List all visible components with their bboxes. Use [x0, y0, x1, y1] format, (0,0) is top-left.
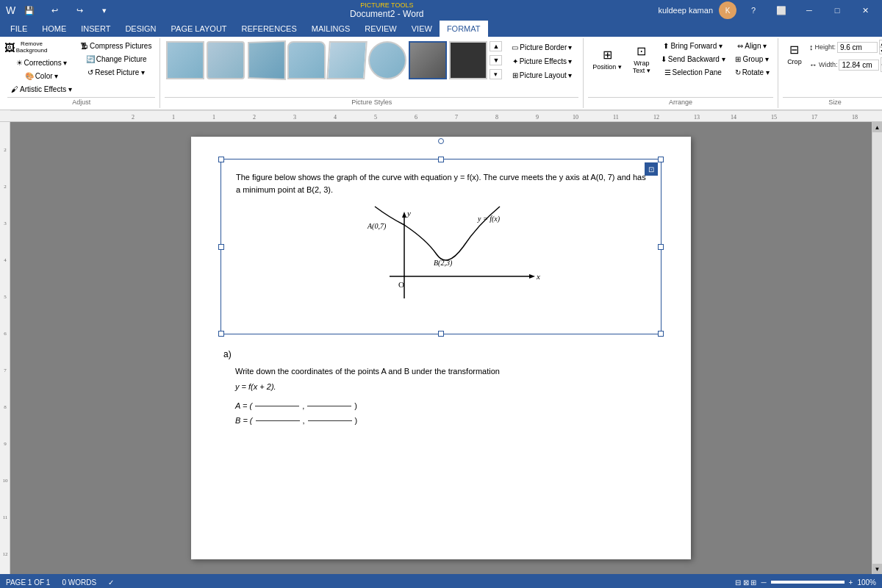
change-icon: 🔄	[86, 55, 95, 63]
svg-marker-37	[402, 212, 406, 218]
zoom-track[interactable]	[771, 581, 845, 584]
tab-mailings[interactable]: MAILINGS	[304, 21, 358, 37]
pic-style-6[interactable]	[368, 41, 406, 79]
point-b-x-input[interactable]	[256, 420, 300, 421]
scroll-up-button[interactable]: ▲	[872, 122, 882, 132]
artistic-effects-button[interactable]: 🖌 Artistic Effects ▾	[7, 83, 76, 96]
pic-style-1[interactable]	[166, 41, 204, 79]
adjust-label: Adjust	[7, 97, 155, 107]
remove-background-button[interactable]: 🖼 RemoveBackground	[7, 40, 44, 56]
picture-border-button[interactable]: ▭ Picture Border ▾	[508, 41, 576, 54]
height-down-button[interactable]: ▼	[879, 47, 882, 54]
zoom-fill	[771, 581, 845, 584]
handle-tm[interactable]	[438, 157, 444, 162]
title-bar: W 💾 ↩ ↪ ▾ PICTURE TOOLS Document2 - Word…	[0, 0, 882, 21]
width-input[interactable]	[839, 60, 879, 71]
handle-tl[interactable]	[218, 157, 224, 162]
align-button[interactable]: ⇔ Align ▾	[731, 40, 773, 52]
pic-style-4[interactable]	[287, 41, 326, 79]
point-a-x-input[interactable]	[255, 406, 299, 406]
styles-up-button[interactable]: ▲	[490, 41, 502, 51]
point-a-y-input[interactable]	[307, 406, 351, 406]
scroll-thumb[interactable]	[872, 132, 882, 564]
effects-label: Picture Effects	[520, 57, 567, 65]
tab-design[interactable]: DESIGN	[118, 21, 163, 37]
color-button[interactable]: 🎨 Color ▾	[7, 70, 76, 82]
pic-style-8[interactable]	[449, 41, 487, 79]
corrections-button[interactable]: ☀ Corrections ▾	[7, 57, 76, 69]
point-a-close: )	[354, 401, 357, 410]
handle-bm[interactable]	[438, 331, 444, 337]
height-input[interactable]	[837, 42, 878, 53]
ribbon-display-button[interactable]: ⬜	[770, 3, 792, 18]
svg-text:5: 5	[374, 114, 377, 121]
tab-page-layout[interactable]: PAGE LAYOUT	[164, 21, 234, 37]
effects-arrow: ▾	[568, 57, 572, 65]
send-backward-button[interactable]: ⬇ Send Backward ▾	[657, 53, 729, 65]
selection-pane-button[interactable]: ☰ Selection Pane	[657, 66, 729, 79]
picture-layout-button[interactable]: ⊞ Picture Layout ▾	[508, 69, 576, 82]
change-picture-button[interactable]: 🔄 Change Picture	[77, 53, 155, 65]
pic-style-2[interactable]	[207, 41, 245, 79]
minimize-button[interactable]: ─	[798, 3, 820, 18]
tab-view[interactable]: VIEW	[404, 21, 440, 37]
handle-bl[interactable]	[218, 331, 224, 337]
wrap-text-button[interactable]: ⊡ WrapText ▾	[628, 40, 655, 79]
pic-style-3[interactable]	[248, 40, 286, 80]
handle-tr[interactable]	[658, 157, 664, 162]
handle-ml[interactable]	[218, 244, 224, 250]
svg-marker-36	[529, 274, 535, 279]
tab-review[interactable]: REVIEW	[357, 21, 404, 37]
zoom-plus[interactable]: +	[849, 578, 853, 587]
picture-effects-button[interactable]: ✦ Picture Effects ▾	[508, 55, 576, 68]
tab-home[interactable]: HOME	[35, 21, 74, 37]
pic-style-5[interactable]	[327, 41, 368, 79]
undo-button[interactable]: ↩	[43, 3, 65, 18]
rotate-handle[interactable]	[438, 138, 444, 144]
close-button[interactable]: ✕	[854, 3, 876, 18]
svg-text:7: 7	[4, 368, 7, 373]
handle-mr[interactable]	[658, 244, 664, 250]
rotate-button[interactable]: ↻ Rotate ▾	[731, 66, 773, 79]
main-area: 2 2 3 4 5 6 7 8 9 10 11 12	[0, 122, 882, 574]
handle-br[interactable]	[658, 331, 664, 337]
tab-format[interactable]: FORMAT	[440, 21, 488, 37]
vertical-ruler: 2 2 3 4 5 6 7 8 9 10 11 12	[0, 122, 10, 574]
view-buttons[interactable]: ⊟ ⊠ ⊞	[735, 578, 757, 587]
point-b-y-input[interactable]	[308, 420, 352, 421]
tab-references[interactable]: REFERENCES	[234, 21, 304, 37]
tab-insert[interactable]: INSERT	[74, 21, 118, 37]
position-button[interactable]: ⊞ Position ▾	[588, 40, 626, 79]
redo-button[interactable]: ↪	[68, 3, 90, 18]
scroll-down-button[interactable]: ▼	[872, 564, 882, 574]
reset-picture-button[interactable]: ↺ Reset Picture ▾	[77, 66, 155, 79]
svg-text:3: 3	[293, 114, 296, 121]
compress-label: Compress Pictures	[90, 42, 151, 50]
rotate-icon: ↻	[735, 68, 741, 76]
wrap-label: WrapText ▾	[633, 60, 650, 74]
maximize-button[interactable]: □	[826, 3, 848, 18]
zoom-minus[interactable]: ─	[761, 578, 766, 587]
svg-text:10: 10	[573, 114, 578, 121]
svg-text:2: 2	[4, 184, 7, 190]
height-up-button[interactable]: ▲	[879, 40, 882, 47]
styles-down-button[interactable]: ▼	[490, 55, 502, 65]
svg-text:6: 6	[415, 114, 417, 121]
bring-forward-button[interactable]: ⬆ Bring Forward ▾	[657, 40, 729, 52]
document-canvas[interactable]: ⊡ The figure below shows the graph of th…	[10, 122, 872, 574]
point-b-label: B = (	[235, 416, 253, 425]
svg-text:10: 10	[3, 478, 9, 484]
compress-pictures-button[interactable]: 🗜 Compress Pictures	[77, 40, 155, 52]
customize-qat-button[interactable]: ▾	[93, 3, 115, 18]
help-button[interactable]: ?	[742, 3, 764, 18]
crop-button[interactable]: ⊟ Crop	[783, 40, 806, 68]
styles-more-button[interactable]: ▾	[490, 69, 502, 79]
pic-style-7[interactable]	[409, 41, 447, 79]
svg-text:11: 11	[3, 514, 8, 520]
group-button[interactable]: ⊞ Group ▾	[731, 53, 773, 65]
save-button[interactable]: 💾	[18, 3, 40, 18]
artistic-effects-label: Artistic Effects ▾	[20, 85, 72, 93]
selected-image-box: ⊡ The figure below shows the graph of th…	[220, 159, 662, 334]
tab-file[interactable]: FILE	[3, 21, 35, 37]
image-layout-button[interactable]: ⊡	[645, 162, 658, 176]
